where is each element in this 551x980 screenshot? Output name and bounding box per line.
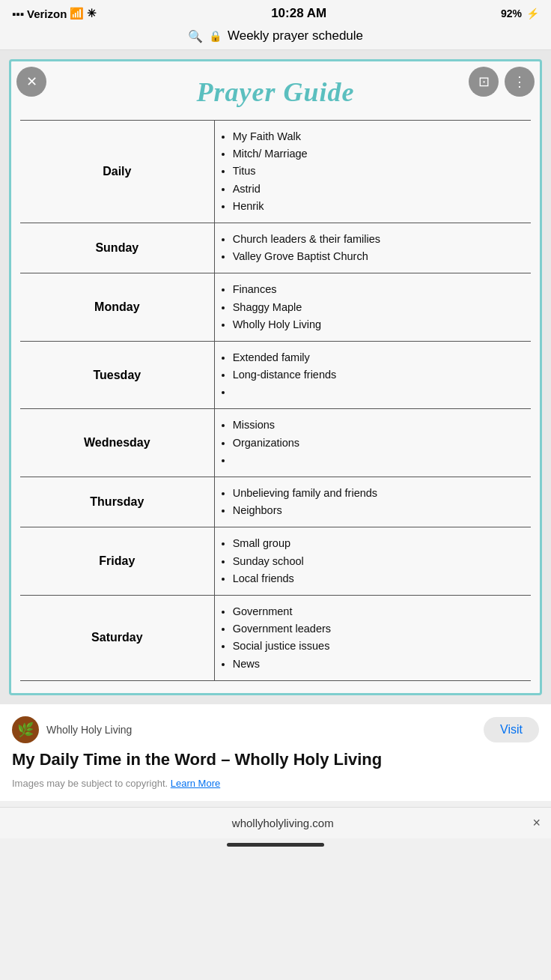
visit-button[interactable]: Visit [484,717,539,742]
status-time: 10:28 AM [271,6,326,21]
day-cell: Sunday [20,223,214,273]
list-item: Social justice issues [233,638,525,655]
nav-bar: 🔍 🔒 Weekly prayer schedule [0,24,551,50]
list-item: Church leaders & their families [233,231,525,248]
items-cell: Church leaders & their familiesValley Gr… [214,223,531,273]
day-cell: Monday [20,273,214,342]
list-item: Unbelieving family and friends [233,485,525,502]
status-left: ▪▪▪ Verizon 📶 ✳ [12,7,97,20]
copyright-label: Images may be subject to copyright. [12,778,168,789]
search-icon[interactable]: 🔍 [188,29,203,43]
table-row: FridaySmall groupSunday schoolLocal frie… [20,527,531,596]
bottom-section: 🌿 Wholly Holy Living Visit My Daily Time… [0,704,551,802]
list-item: Titus [233,163,525,180]
list-item: Long-distance friends [233,366,525,384]
close-button[interactable]: ✕ [16,67,46,97]
learn-more-link[interactable]: Learn More [171,778,220,789]
source-row: 🌿 Wholly Holy Living Visit [12,716,539,743]
items-cell: GovernmentGovernment leadersSocial justi… [214,595,531,680]
items-cell: FinancesShaggy MapleWholly Holy Living [214,273,531,342]
list-item: Government leaders [233,620,525,638]
table-row: DailyMy Faith WalkMitch/ MarriageTitusAs… [20,121,531,223]
list-item: Small group [233,535,525,552]
list-item: Missions [233,417,525,434]
items-cell: Unbelieving family and friendsNeighbors [214,477,531,527]
list-item: Wholly Holy Living [233,316,525,333]
day-cell: Wednesday [20,409,214,477]
bottom-close-button[interactable]: × [532,815,541,831]
source-left: 🌿 Wholly Holy Living [12,716,132,743]
page-title: Weekly prayer schedule [228,28,363,43]
table-row: MondayFinancesShaggy MapleWholly Holy Li… [20,273,531,342]
list-item: Government [233,603,525,620]
table-row: WednesdayMissionsOrganizations [20,409,531,477]
list-item: Neighbors [233,502,525,519]
list-item: Valley Grove Baptist Church [233,248,525,265]
items-cell: Small groupSunday schoolLocal friends [214,527,531,596]
lock-icon: 🔒 [209,30,222,42]
signal-icon: ▪▪▪ [12,7,24,20]
bottom-bar: whollyholyliving.com × [0,807,551,838]
activity-icon: ✳ [87,7,97,20]
list-item: Extended family [233,349,525,366]
table-row: TuesdayExtended familyLong-distance frie… [20,341,531,409]
source-icon: 🌿 [12,716,39,743]
list-item: Shaggy Maple [233,299,525,316]
article-title: My Daily Time in the Word – Wholly Holy … [12,749,539,771]
scan-button[interactable]: ⊡ [469,67,499,97]
prayer-guide-title: Prayer Guide [20,76,531,108]
list-item: Henrik [233,198,525,215]
day-cell: Daily [20,121,214,223]
nav-title: 🔍 🔒 Weekly prayer schedule [188,28,363,43]
list-item: Astrid [233,181,525,198]
home-indicator [227,843,324,847]
list-item: News [233,656,525,673]
image-container: ✕ ⊡ ⋮ Prayer Guide DailyMy Faith WalkMit… [0,50,551,704]
list-item: Organizations [233,435,525,452]
status-bar: ▪▪▪ Verizon 📶 ✳ 10:28 AM 92% ⚡ [0,0,551,24]
day-cell: Saturday [20,595,214,680]
battery-icon: ⚡ [526,7,539,19]
wifi-icon: 📶 [70,7,84,20]
prayer-card: Prayer Guide DailyMy Faith WalkMitch/ Ma… [9,59,542,695]
source-name: Wholly Holy Living [46,724,132,736]
table-row: SaturdayGovernmentGovernment leadersSoci… [20,595,531,680]
battery-percent: 92% [501,7,522,19]
carrier-label: Verizon [27,7,67,20]
table-row: SundayChurch leaders & their familiesVal… [20,223,531,273]
table-row: ThursdayUnbelieving family and friendsNe… [20,477,531,527]
copyright-text: Images may be subject to copyright. Lear… [12,778,539,789]
day-cell: Friday [20,527,214,596]
list-item: Sunday school [233,553,525,570]
list-item: Finances [233,281,525,298]
items-cell: MissionsOrganizations [214,409,531,477]
list-item [233,384,525,401]
list-item [233,452,525,469]
items-cell: My Faith WalkMitch/ MarriageTitusAstridH… [214,121,531,223]
list-item: Local friends [233,570,525,587]
list-item: Mitch/ Marriage [233,145,525,163]
items-cell: Extended familyLong-distance friends [214,341,531,409]
day-cell: Tuesday [20,341,214,409]
list-item: My Faith Walk [233,128,525,145]
more-button[interactable]: ⋮ [505,67,535,97]
prayer-table: DailyMy Faith WalkMitch/ MarriageTitusAs… [20,120,531,681]
url-label: whollyholyliving.com [33,817,532,829]
day-cell: Thursday [20,477,214,527]
status-right: 92% ⚡ [501,7,539,19]
